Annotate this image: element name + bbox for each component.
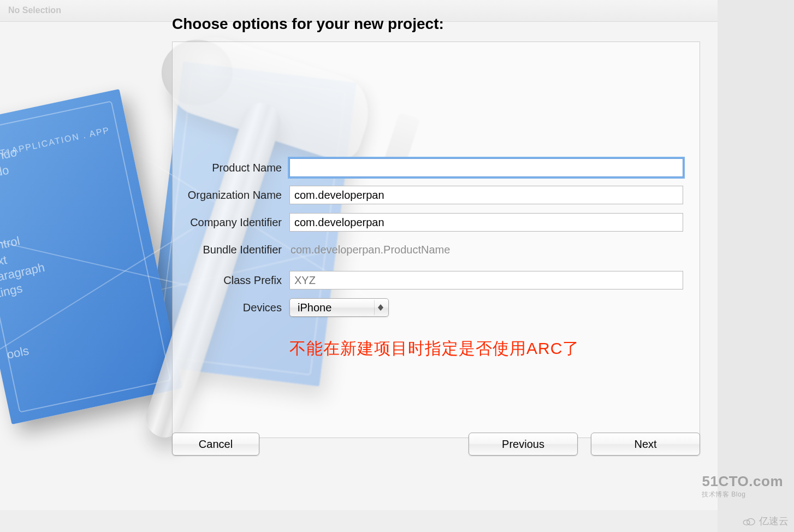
svg-point-3 [747,518,755,525]
organization-name-label: Organization Name [173,189,289,202]
product-name-field[interactable] [289,158,683,177]
bundle-identifier-label: Bundle Identifier [173,244,289,256]
previous-button[interactable]: Previous [469,433,578,456]
next-button[interactable]: Next [591,433,700,456]
class-prefix-label: Class Prefix [173,274,289,287]
right-gutter [718,0,794,532]
dialog-title: Choose options for your new project: [172,15,444,33]
devices-popup[interactable]: iPhone [289,298,389,317]
devices-label: Devices [173,302,289,314]
button-bar: Cancel Previous Next [172,433,700,456]
xcode-new-project-sheet: No Selection ited Undo& Redo controltext… [0,0,718,510]
class-prefix-field[interactable] [289,271,683,289]
watermark-51cto: 51CTO.com 技术博客 Blog [702,473,783,499]
organization-name-field[interactable] [289,186,683,204]
row-product-name: Product Name [173,154,700,181]
row-devices: Devices iPhone [173,294,700,321]
row-organization-name: Organization Name [173,181,700,209]
options-panel: Product Name Organization Name Company I… [172,42,700,438]
product-name-label: Product Name [173,162,289,174]
bundle-identifier-value: com.developerpan.ProductName [289,244,450,256]
cancel-button[interactable]: Cancel [172,433,259,456]
company-identifier-field[interactable] [289,213,683,232]
options-form: Product Name Organization Name Company I… [173,154,700,321]
watermark-yisu: 亿速云 [742,515,789,528]
updown-arrows-icon [374,300,386,315]
svg-marker-1 [378,308,383,311]
devices-selected-value: iPhone [298,302,331,314]
row-company-identifier: Company Identifier [173,209,700,236]
row-bundle-identifier: Bundle Identifier com.developerpan.Produ… [173,236,700,263]
red-annotation-text: 不能在新建项目时指定是否使用ARC了 [289,338,579,360]
company-identifier-label: Company Identifier [173,216,289,229]
cloud-icon [742,516,756,526]
row-class-prefix: Class Prefix [173,267,700,294]
